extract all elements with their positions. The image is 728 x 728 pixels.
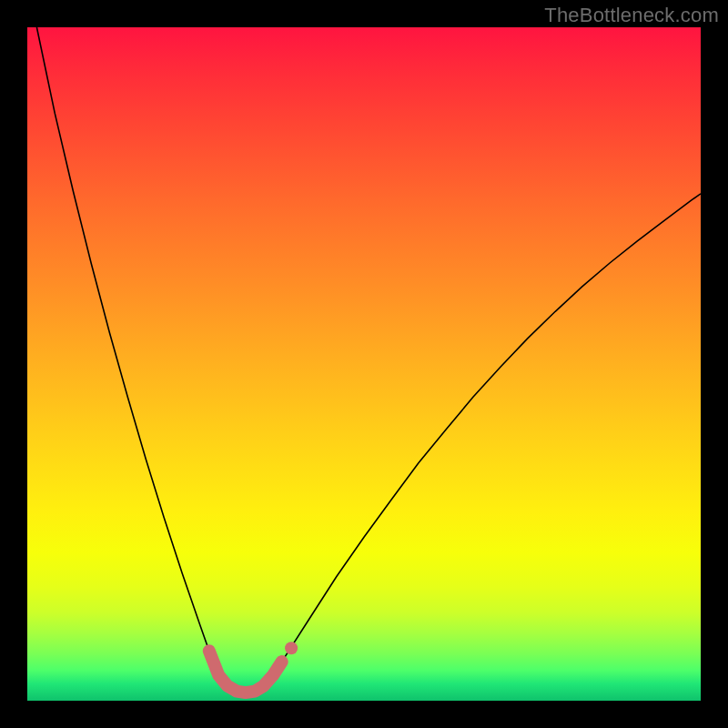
plot-area <box>27 27 701 701</box>
curve-layer <box>27 27 701 701</box>
watermark-text: TheBottleneck.com <box>544 4 719 27</box>
curve-left-branch <box>36 27 218 675</box>
curve-right-branch <box>273 194 701 675</box>
highlight-minimum <box>209 651 282 693</box>
highlight-end-dot <box>285 642 298 654</box>
chart-frame: TheBottleneck.com <box>0 0 728 728</box>
